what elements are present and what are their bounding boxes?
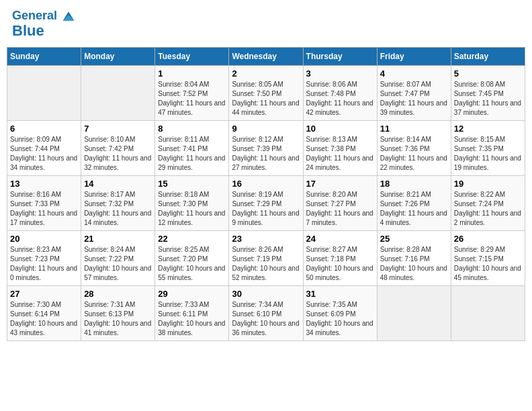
calendar-cell: 10Sunrise: 8:13 AM Sunset: 7:38 PM Dayli…	[303, 121, 377, 176]
day-info: Sunrise: 8:12 AM Sunset: 7:39 PM Dayligh…	[232, 135, 300, 173]
day-info: Sunrise: 8:27 AM Sunset: 7:18 PM Dayligh…	[306, 245, 374, 283]
weekday-header-saturday: Saturday	[451, 48, 525, 66]
day-number: 20	[10, 234, 78, 244]
calendar-cell: 22Sunrise: 8:25 AM Sunset: 7:20 PM Dayli…	[155, 231, 229, 286]
day-number: 11	[380, 124, 448, 134]
day-info: Sunrise: 8:05 AM Sunset: 7:50 PM Dayligh…	[232, 80, 300, 118]
calendar-cell	[81, 66, 155, 121]
day-info: Sunrise: 8:08 AM Sunset: 7:45 PM Dayligh…	[454, 80, 522, 118]
calendar-week-3: 13Sunrise: 8:16 AM Sunset: 7:33 PM Dayli…	[7, 176, 525, 231]
day-number: 21	[84, 234, 152, 244]
calendar-cell: 28Sunrise: 7:31 AM Sunset: 6:13 PM Dayli…	[81, 286, 155, 341]
day-number: 27	[10, 289, 78, 299]
day-info: Sunrise: 7:31 AM Sunset: 6:13 PM Dayligh…	[84, 300, 152, 338]
page-header: General Blue	[7, 7, 525, 42]
weekday-header-sunday: Sunday	[7, 48, 81, 66]
day-info: Sunrise: 8:16 AM Sunset: 7:33 PM Dayligh…	[10, 190, 78, 228]
day-number: 25	[380, 234, 448, 244]
weekday-header-thursday: Thursday	[303, 48, 377, 66]
day-info: Sunrise: 8:25 AM Sunset: 7:20 PM Dayligh…	[158, 245, 226, 283]
day-number: 7	[84, 124, 152, 134]
day-info: Sunrise: 8:21 AM Sunset: 7:26 PM Dayligh…	[380, 190, 448, 228]
day-info: Sunrise: 8:04 AM Sunset: 7:52 PM Dayligh…	[158, 80, 226, 118]
calendar-cell: 25Sunrise: 8:28 AM Sunset: 7:16 PM Dayli…	[377, 231, 451, 286]
day-info: Sunrise: 8:29 AM Sunset: 7:15 PM Dayligh…	[454, 245, 522, 283]
day-info: Sunrise: 8:10 AM Sunset: 7:42 PM Dayligh…	[84, 135, 152, 173]
calendar-cell: 12Sunrise: 8:15 AM Sunset: 7:35 PM Dayli…	[451, 121, 525, 176]
day-info: Sunrise: 7:35 AM Sunset: 6:09 PM Dayligh…	[306, 300, 374, 338]
calendar-cell: 21Sunrise: 8:24 AM Sunset: 7:22 PM Dayli…	[81, 231, 155, 286]
day-info: Sunrise: 8:17 AM Sunset: 7:32 PM Dayligh…	[84, 190, 152, 228]
day-number: 18	[380, 179, 448, 189]
calendar-header: SundayMondayTuesdayWednesdayThursdayFrid…	[7, 48, 525, 66]
day-number: 29	[158, 289, 226, 299]
weekday-header-monday: Monday	[81, 48, 155, 66]
day-info: Sunrise: 8:15 AM Sunset: 7:35 PM Dayligh…	[454, 135, 522, 173]
day-number: 4	[380, 68, 448, 79]
calendar-cell: 13Sunrise: 8:16 AM Sunset: 7:33 PM Dayli…	[7, 176, 81, 231]
day-number: 6	[10, 124, 78, 134]
day-number: 30	[232, 289, 300, 299]
day-number: 28	[84, 289, 152, 299]
day-number: 8	[158, 124, 226, 134]
day-number: 17	[306, 179, 374, 189]
calendar-cell: 8Sunrise: 8:11 AM Sunset: 7:41 PM Daylig…	[155, 121, 229, 176]
calendar-cell: 19Sunrise: 8:22 AM Sunset: 7:24 PM Dayli…	[451, 176, 525, 231]
day-info: Sunrise: 8:09 AM Sunset: 7:44 PM Dayligh…	[10, 135, 78, 173]
calendar-week-2: 6Sunrise: 8:09 AM Sunset: 7:44 PM Daylig…	[7, 121, 525, 176]
calendar-table: SundayMondayTuesdayWednesdayThursdayFrid…	[7, 47, 525, 341]
day-info: Sunrise: 8:23 AM Sunset: 7:23 PM Dayligh…	[10, 245, 78, 283]
calendar-cell: 6Sunrise: 8:09 AM Sunset: 7:44 PM Daylig…	[7, 121, 81, 176]
day-info: Sunrise: 7:34 AM Sunset: 6:10 PM Dayligh…	[232, 300, 300, 338]
calendar-body: 1Sunrise: 8:04 AM Sunset: 7:52 PM Daylig…	[7, 66, 525, 341]
logo-blue: Blue	[12, 22, 44, 39]
day-number: 24	[306, 234, 374, 244]
calendar-cell	[7, 66, 81, 121]
weekday-header-wednesday: Wednesday	[229, 48, 303, 66]
calendar-cell: 31Sunrise: 7:35 AM Sunset: 6:09 PM Dayli…	[303, 286, 377, 341]
day-number: 13	[10, 179, 78, 189]
day-info: Sunrise: 8:22 AM Sunset: 7:24 PM Dayligh…	[454, 190, 522, 228]
day-info: Sunrise: 7:33 AM Sunset: 6:11 PM Dayligh…	[158, 300, 226, 338]
day-info: Sunrise: 8:26 AM Sunset: 7:19 PM Dayligh…	[232, 245, 300, 283]
calendar-cell	[451, 286, 525, 341]
calendar-cell: 14Sunrise: 8:17 AM Sunset: 7:32 PM Dayli…	[81, 176, 155, 231]
day-info: Sunrise: 8:07 AM Sunset: 7:47 PM Dayligh…	[380, 80, 448, 118]
day-number: 12	[454, 124, 522, 134]
day-number: 10	[306, 124, 374, 134]
calendar-cell: 3Sunrise: 8:06 AM Sunset: 7:48 PM Daylig…	[303, 66, 377, 121]
day-number: 23	[232, 234, 300, 244]
day-info: Sunrise: 8:14 AM Sunset: 7:36 PM Dayligh…	[380, 135, 448, 173]
calendar-cell: 9Sunrise: 8:12 AM Sunset: 7:39 PM Daylig…	[229, 121, 303, 176]
calendar-week-5: 27Sunrise: 7:30 AM Sunset: 6:14 PM Dayli…	[7, 286, 525, 341]
calendar-cell: 23Sunrise: 8:26 AM Sunset: 7:19 PM Dayli…	[229, 231, 303, 286]
day-number: 1	[158, 68, 226, 79]
calendar-cell: 29Sunrise: 7:33 AM Sunset: 6:11 PM Dayli…	[155, 286, 229, 341]
calendar-week-1: 1Sunrise: 8:04 AM Sunset: 7:52 PM Daylig…	[7, 66, 525, 121]
day-info: Sunrise: 8:18 AM Sunset: 7:30 PM Dayligh…	[158, 190, 226, 228]
calendar-cell: 4Sunrise: 8:07 AM Sunset: 7:47 PM Daylig…	[377, 66, 451, 121]
day-info: Sunrise: 8:19 AM Sunset: 7:29 PM Dayligh…	[232, 190, 300, 228]
logo-icon	[62, 9, 75, 23]
day-number: 15	[158, 179, 226, 189]
day-info: Sunrise: 8:20 AM Sunset: 7:27 PM Dayligh…	[306, 190, 374, 228]
day-number: 5	[454, 68, 522, 79]
calendar-cell: 16Sunrise: 8:19 AM Sunset: 7:29 PM Dayli…	[229, 176, 303, 231]
calendar-cell	[377, 286, 451, 341]
calendar-cell: 27Sunrise: 7:30 AM Sunset: 6:14 PM Dayli…	[7, 286, 81, 341]
day-number: 9	[232, 124, 300, 134]
calendar-cell: 7Sunrise: 8:10 AM Sunset: 7:42 PM Daylig…	[81, 121, 155, 176]
day-info: Sunrise: 8:06 AM Sunset: 7:48 PM Dayligh…	[306, 80, 374, 118]
calendar-cell: 15Sunrise: 8:18 AM Sunset: 7:30 PM Dayli…	[155, 176, 229, 231]
calendar-cell: 17Sunrise: 8:20 AM Sunset: 7:27 PM Dayli…	[303, 176, 377, 231]
logo: General Blue	[12, 9, 75, 39]
calendar-cell: 11Sunrise: 8:14 AM Sunset: 7:36 PM Dayli…	[377, 121, 451, 176]
calendar-cell: 2Sunrise: 8:05 AM Sunset: 7:50 PM Daylig…	[229, 66, 303, 121]
weekday-header-row: SundayMondayTuesdayWednesdayThursdayFrid…	[7, 48, 525, 66]
day-info: Sunrise: 8:13 AM Sunset: 7:38 PM Dayligh…	[306, 135, 374, 173]
logo-general: General	[12, 9, 57, 22]
calendar-cell: 30Sunrise: 7:34 AM Sunset: 6:10 PM Dayli…	[229, 286, 303, 341]
calendar-week-4: 20Sunrise: 8:23 AM Sunset: 7:23 PM Dayli…	[7, 231, 525, 286]
calendar-cell: 18Sunrise: 8:21 AM Sunset: 7:26 PM Dayli…	[377, 176, 451, 231]
day-number: 14	[84, 179, 152, 189]
